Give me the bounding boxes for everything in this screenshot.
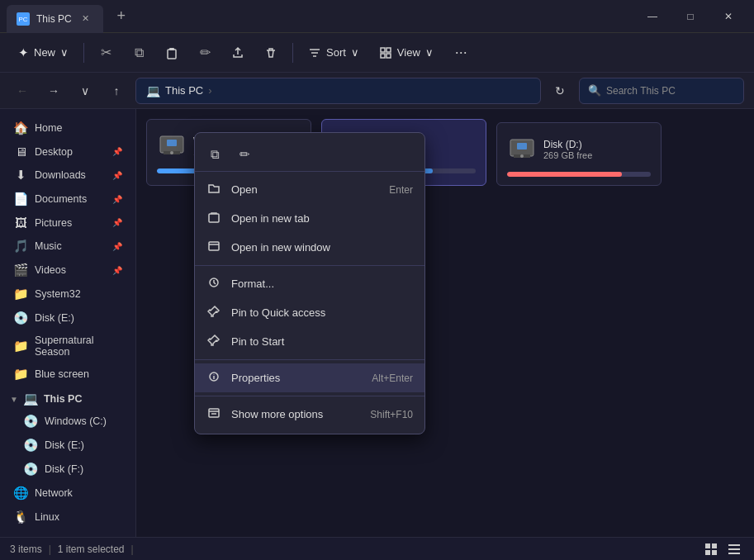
drive-icon-d	[507, 131, 537, 167]
svg-rect-26	[705, 543, 710, 548]
sidebar-item-disk-f[interactable]: 💿 Disk (F:)	[3, 458, 132, 481]
drive-header-d: Disk (D:) 269 GB free	[507, 131, 651, 167]
view-label: View	[397, 46, 420, 59]
address-path[interactable]: 💻 This PC ›	[135, 78, 541, 104]
svg-rect-7	[386, 54, 391, 58]
grid-view-button[interactable]	[701, 539, 721, 559]
cm-divider-2	[195, 359, 424, 360]
sort-button[interactable]: Sort ∨	[300, 41, 368, 64]
sidebar-label-windows-c: Windows (C:)	[45, 415, 122, 427]
linux-icon: 🐧	[13, 510, 28, 524]
active-tab[interactable]: PC This PC ✕	[7, 5, 103, 33]
cm-copy-button[interactable]: ⧉	[202, 141, 228, 168]
paste-button[interactable]	[157, 38, 187, 68]
delete-button[interactable]	[256, 38, 286, 68]
sidebar-item-documents[interactable]: 📄 Documents 📌	[3, 187, 132, 211]
sidebar-item-linux[interactable]: 🐧 Linux	[3, 505, 132, 529]
svg-rect-28	[705, 550, 710, 555]
rename-button[interactable]: ✏	[190, 38, 220, 68]
svg-rect-2	[168, 50, 176, 59]
status-divider-1: |	[49, 543, 51, 555]
tab-close-button[interactable]: ✕	[78, 12, 93, 26]
cm-pin-quick[interactable]: Pin to Quick access	[195, 298, 424, 327]
this-pc-section[interactable]: ▼ 💻 This PC	[0, 387, 135, 409]
cm-more-options[interactable]: Show more options Shift+F10	[195, 400, 424, 429]
items-count: 3 items	[10, 543, 42, 555]
selected-count: 1 item selected	[58, 543, 125, 555]
maximize-button[interactable]: □	[671, 0, 709, 33]
home-icon: 🏠	[13, 121, 28, 135]
cm-properties-label: Properties	[231, 372, 362, 384]
cm-format[interactable]: Format...	[195, 269, 424, 298]
cut-button[interactable]: ✂	[91, 38, 121, 68]
forward-button[interactable]: →	[41, 78, 66, 103]
sidebar-item-downloads[interactable]: ⬇ Downloads 📌	[3, 164, 132, 187]
sidebar-item-windows-c[interactable]: 💿 Windows (C:)	[3, 410, 132, 433]
new-tab-button[interactable]: +	[110, 5, 133, 28]
view-button[interactable]: View ∨	[371, 41, 442, 64]
more-options-button[interactable]: ···	[448, 40, 474, 64]
cm-open-new-tab-label: Open in new tab	[231, 212, 403, 225]
title-bar: PC This PC ✕ + — □ ✕	[0, 0, 754, 33]
sidebar-item-disk-e2[interactable]: 💿 Disk (E:)	[3, 434, 132, 457]
sidebar-label-videos: Videos	[35, 264, 106, 276]
svg-point-11	[170, 151, 173, 154]
cm-open-new-tab[interactable]: Open in new tab	[195, 204, 424, 233]
cm-pin-start-icon	[206, 334, 221, 349]
svg-rect-6	[381, 54, 385, 58]
cm-format-label: Format...	[231, 278, 413, 290]
sidebar-item-disk-e[interactable]: 💿 Disk (E:)	[3, 306, 132, 330]
list-view-button[interactable]	[724, 539, 744, 559]
disk-e-icon: 💿	[13, 311, 28, 325]
pictures-icon: 🖼	[13, 216, 28, 230]
tab-icon: PC	[17, 12, 30, 26]
svg-rect-29	[712, 550, 717, 555]
cm-open-new-window-label: Open in new window	[231, 241, 403, 254]
cm-more-options-label: Show more options	[231, 408, 360, 420]
sidebar-item-blue-screen[interactable]: 📁 Blue screen	[3, 363, 132, 386]
sidebar-label-linux: Linux	[35, 511, 122, 523]
main-container: 🏠 Home 🖥 Desktop 📌 ⬇ Downloads 📌 📄 Docum…	[0, 109, 754, 537]
sidebar-item-supernatural[interactable]: 📁 Supernatural Season	[3, 330, 132, 362]
cm-properties[interactable]: Properties Alt+Enter	[195, 363, 424, 392]
close-button[interactable]: ✕	[709, 0, 747, 33]
toolbar-divider-1	[83, 43, 84, 63]
sidebar-item-videos[interactable]: 🎬 Videos 📌	[3, 259, 132, 282]
minimize-button[interactable]: —	[633, 0, 671, 33]
sidebar-label-disk-e: Disk (E:)	[35, 312, 122, 324]
sidebar-item-desktop[interactable]: 🖥 Desktop 📌	[3, 140, 132, 163]
svg-rect-3	[169, 48, 174, 50]
sidebar-label-downloads: Downloads	[35, 169, 106, 181]
sidebar-item-network[interactable]: 🌐 Network	[3, 482, 132, 505]
back-button[interactable]: ←	[10, 78, 35, 103]
refresh-button[interactable]: ↻	[548, 78, 572, 103]
svg-rect-31	[728, 548, 740, 550]
sidebar-label-disk-f: Disk (F:)	[45, 463, 122, 475]
copy-button[interactable]: ⧉	[124, 38, 154, 68]
up-button[interactable]: ↑	[104, 78, 129, 103]
share-button[interactable]	[223, 38, 253, 68]
svg-point-19	[520, 154, 524, 158]
search-box[interactable]: 🔍 Search This PC	[579, 78, 744, 104]
sidebar-item-home[interactable]: 🏠 Home	[3, 116, 132, 140]
drive-progress-d	[507, 172, 651, 177]
cm-rename-button[interactable]: ✏	[231, 141, 258, 168]
window-controls: — □ ✕	[633, 0, 747, 33]
cm-open-new-window[interactable]: Open in new window	[195, 233, 424, 262]
sidebar-label-system32: System32	[35, 288, 122, 300]
cm-open[interactable]: Open Enter	[195, 175, 424, 204]
svg-rect-30	[728, 544, 740, 546]
cm-pin-start[interactable]: Pin to Start	[195, 327, 424, 356]
new-button[interactable]: ✦ New ∨	[10, 40, 77, 65]
drive-disk-d[interactable]: Disk (D:) 269 GB free	[496, 122, 662, 186]
sidebar-item-music[interactable]: 🎵 Music 📌	[3, 235, 132, 258]
sidebar-item-system32[interactable]: 📁 System32	[3, 282, 132, 306]
address-bar: ← → ∨ ↑ 💻 This PC › ↻ 🔍 Search This PC	[0, 73, 754, 109]
sidebar-item-pictures[interactable]: 🖼 Pictures 📌	[3, 211, 132, 234]
cm-new-tab-icon	[206, 211, 221, 226]
dropdown-button[interactable]: ∨	[73, 78, 97, 103]
cm-more-options-icon	[206, 406, 221, 422]
disk-e2-icon: 💿	[23, 438, 38, 453]
toolbar: ✦ New ∨ ✂ ⧉ ✏ Sort ∨ View	[0, 33, 754, 73]
path-pc-icon: 💻	[146, 84, 160, 97]
